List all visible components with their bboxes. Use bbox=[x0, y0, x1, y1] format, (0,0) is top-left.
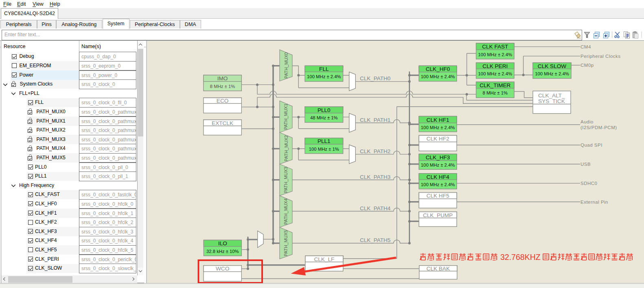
svg-text:CLK_PATH0: CLK_PATH0 bbox=[360, 75, 390, 81]
svg-text:CLK_PATH3: CLK_PATH3 bbox=[360, 174, 390, 180]
svg-text:100 MHz ± 2.4%: 100 MHz ± 2.4% bbox=[307, 74, 341, 79]
svg-text:CLK HF5: CLK HF5 bbox=[427, 193, 449, 199]
svg-text:CLK_HF0: CLK_HF0 bbox=[426, 66, 450, 72]
svg-text:100 MHz ± 2.4%: 100 MHz ± 2.4% bbox=[421, 182, 455, 187]
svg-text:100 MHz ± 2.4%: 100 MHz ± 2.4% bbox=[478, 52, 512, 57]
svg-text:WCO: WCO bbox=[216, 266, 229, 272]
svg-text:PLL0: PLL0 bbox=[318, 107, 331, 113]
svg-text:CLK_PATH5: CLK_PATH5 bbox=[360, 237, 390, 243]
svg-text:USB: USB bbox=[580, 162, 591, 167]
svg-text:EXTCLK: EXTCLK bbox=[212, 120, 233, 126]
svg-text:100 MHz ± 2.4%: 100 MHz ± 2.4% bbox=[535, 71, 569, 76]
svg-text:CLK_LF: CLK_LF bbox=[314, 256, 334, 262]
svg-text:8 MHz ± 1%: 8 MHz ± 1% bbox=[210, 84, 235, 89]
svg-text:(I2S/PDM-PCM): (I2S/PDM-PCM) bbox=[580, 125, 617, 130]
svg-text:CLK HF4: CLK HF4 bbox=[427, 174, 449, 180]
svg-text:32.8 kHz ± 10%: 32.8 kHz ± 10% bbox=[206, 249, 239, 254]
svg-text:CLK HF1: CLK HF1 bbox=[427, 117, 449, 123]
svg-text:CLK_PATH4: CLK_PATH4 bbox=[360, 205, 391, 211]
svg-text:ECO: ECO bbox=[217, 98, 228, 104]
svg-text:CLK_TIMER: CLK_TIMER bbox=[480, 82, 510, 88]
svg-text:SDHC0: SDHC0 bbox=[580, 181, 597, 186]
svg-text:100 MHz ± 2.4%: 100 MHz ± 2.4% bbox=[478, 71, 512, 76]
svg-text:External Pin: External Pin bbox=[580, 200, 608, 204]
svg-text:IMO: IMO bbox=[217, 75, 228, 81]
svg-text:SYS_TICK: SYS_TICK bbox=[538, 98, 565, 104]
svg-text:PATH_MUX5: PATH_MUX5 bbox=[284, 230, 289, 256]
svg-text:PATH_MUX1: PATH_MUX1 bbox=[284, 103, 289, 130]
svg-text:CLK_HF3: CLK_HF3 bbox=[426, 154, 450, 160]
svg-text:8 MHz ± 1%: 8 MHz ± 1% bbox=[483, 90, 508, 95]
svg-text:FLL: FLL bbox=[319, 66, 329, 72]
svg-text:Peripheral Clocks: Peripheral Clocks bbox=[580, 54, 621, 59]
svg-text:100 MHz ± 2.4%: 100 MHz ± 2.4% bbox=[421, 125, 455, 130]
svg-text:CLK HF2: CLK HF2 bbox=[427, 136, 449, 142]
svg-text:CLK FAST: CLK FAST bbox=[482, 44, 508, 50]
svg-text:PATH_MUX4: PATH_MUX4 bbox=[284, 198, 289, 224]
svg-text:PATH_MUX3: PATH_MUX3 bbox=[284, 167, 289, 193]
svg-text:100 MHz ± 2.4%: 100 MHz ± 2.4% bbox=[421, 163, 455, 167]
svg-text:100 MHz ± 1%: 100 MHz ± 1% bbox=[309, 147, 339, 152]
svg-text:Audio: Audio bbox=[580, 119, 594, 124]
svg-text:48 MHz ± 1%: 48 MHz ± 1% bbox=[310, 115, 338, 120]
svg-text:CLK PERI: CLK PERI bbox=[482, 63, 508, 69]
svg-text:CLK SLOW: CLK SLOW bbox=[538, 63, 566, 69]
svg-text:CLK_PATH2: CLK_PATH2 bbox=[360, 148, 390, 154]
svg-text:CM4: CM4 bbox=[580, 44, 591, 49]
svg-text:PLL1: PLL1 bbox=[318, 138, 331, 144]
svg-text:100 MHz ± 2.4%: 100 MHz ± 2.4% bbox=[421, 74, 455, 79]
svg-text:CLK_PUMP: CLK_PUMP bbox=[423, 212, 453, 218]
svg-text:CLK_ALT_: CLK_ALT_ bbox=[538, 92, 565, 99]
svg-text:CLK BAK: CLK BAK bbox=[427, 266, 450, 272]
svg-text:CM0p: CM0p bbox=[580, 63, 594, 68]
svg-text:PATH_MUX2: PATH_MUX2 bbox=[284, 135, 289, 161]
svg-text:Quad SPI: Quad SPI bbox=[580, 143, 602, 147]
svg-text:CLK_PATH1: CLK_PATH1 bbox=[360, 117, 390, 123]
svg-text:PATH_MUX0: PATH_MUX0 bbox=[284, 52, 289, 78]
svg-text:32.768KHZ: 32.768KHZ bbox=[500, 253, 541, 262]
svg-text:ILO: ILO bbox=[218, 240, 227, 246]
